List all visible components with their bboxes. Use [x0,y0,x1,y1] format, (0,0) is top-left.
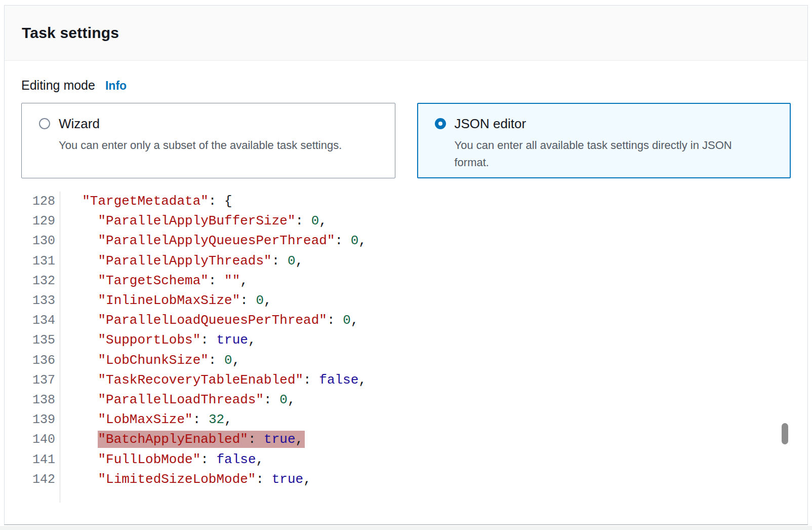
line-number: 136 [21,351,55,370]
wizard-label: Wizard [59,116,342,131]
json-code-editor[interactable]: 1281291301311321331341351361371381391401… [21,192,791,503]
code-line[interactable]: "LobMaxSize": 32, [66,410,367,430]
wizard-tile[interactable]: Wizard You can enter only a subset of th… [21,103,395,178]
code-line[interactable]: "ParallelLoadThreads": 0, [66,390,367,410]
card-body: Editing mode Info Wizard You can enter o… [5,61,807,503]
editing-mode-tiles: Wizard You can enter only a subset of th… [21,103,791,178]
line-number: 139 [21,410,55,430]
line-number: 142 [21,470,55,489]
code-line[interactable]: "SupportLobs": true, [66,330,367,350]
line-number: 130 [21,231,55,251]
line-number: 141 [21,450,55,470]
editing-mode-label: Editing mode [21,78,95,93]
code-line[interactable]: "LobChunkSize": 0, [66,351,367,370]
card-header: Task settings [5,6,807,61]
code-line[interactable]: "TargetMetadata": { [66,192,367,211]
code-line[interactable]: "ParallelApplyThreads": 0, [66,251,367,271]
page-bottom-strip [0,526,812,530]
code-line[interactable]: "ParallelApplyBufferSize": 0, [66,211,367,231]
json-editor-tile[interactable]: JSON editor You can enter all available … [417,103,791,178]
highlighted-code: "BatchApplyEnabled": true, [98,431,305,448]
line-number: 129 [21,211,55,231]
line-number: 135 [21,330,55,350]
wizard-radio[interactable] [39,118,50,129]
code-line[interactable]: "TargetSchema": "", [66,271,367,291]
code-line[interactable]: "TaskRecoveryTableEnabled": false, [66,370,367,390]
info-link[interactable]: Info [105,79,127,93]
code-lines[interactable]: "TargetMetadata": { "ParallelApplyBuffer… [60,192,367,503]
line-number: 134 [21,311,55,330]
code-line[interactable]: "ParallelApplyQueuesPerThread": 0, [66,231,367,251]
code-line[interactable]: "LimitedSizeLobMode": true, [66,470,367,489]
line-number: 128 [21,192,55,211]
code-line[interactable]: "BatchApplyEnabled": true, [66,430,367,449]
json-editor-radio[interactable] [435,118,446,129]
editing-mode-row: Editing mode Info [21,78,791,93]
wizard-description: You can enter only a subset of the avail… [59,137,342,154]
vertical-scrollbar-thumb[interactable] [782,423,788,444]
line-number: 133 [21,291,55,311]
line-number: 138 [21,390,55,410]
page-title: Task settings [22,24,119,42]
line-number: 131 [21,251,55,271]
code-line[interactable]: "FullLobMode": false, [66,450,367,470]
task-settings-card: Task settings Editing mode Info Wizard Y… [4,5,808,525]
code-line[interactable]: "ParallelLoadQueuesPerThread": 0, [66,311,367,330]
gutter: 1281291301311321331341351361371381391401… [21,192,60,503]
json-editor-label: JSON editor [455,116,758,131]
line-number: 140 [21,430,55,449]
code-line[interactable]: "InlineLobMaxSize": 0, [66,291,367,311]
line-number: 132 [21,271,55,291]
line-number: 137 [21,370,55,390]
json-editor-description: You can enter all available task setting… [455,137,758,171]
